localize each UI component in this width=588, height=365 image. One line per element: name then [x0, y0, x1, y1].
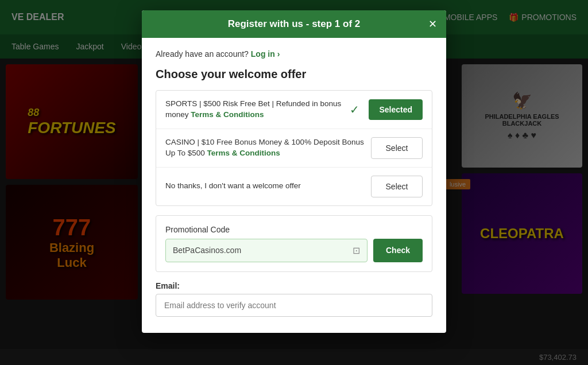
promo-code-section: Promotional Code BetPaCasinos.com ⊡ Chec… — [156, 215, 432, 272]
offer-text-no-thanks: No thanks, I don't want a welcome offer — [165, 181, 364, 192]
promo-code-label: Promotional Code — [165, 225, 423, 234]
modal-close-button[interactable]: ✕ — [428, 19, 437, 29]
offer-row-casino: CASINO | $10 Free Bonus Money & 100% Dep… — [156, 129, 432, 168]
modal-body: Already have an account? Log in Choose y… — [142, 38, 446, 333]
casino-offer-select-button[interactable]: Select — [371, 137, 423, 159]
welcome-offer-title: Choose your welcome offer — [156, 68, 432, 81]
already-account-text: Already have an account? — [156, 49, 249, 59]
promo-check-button[interactable]: Check — [373, 239, 423, 262]
offers-container: SPORTS | $500 Risk Free Bet | Refunded i… — [156, 90, 432, 206]
promo-code-value: BetPaCasinos.com — [173, 246, 241, 255]
registration-modal: Register with us - step 1 of 2 ✕ Already… — [142, 10, 446, 333]
offer-text-sports: SPORTS | $500 Risk Free Bet | Refunded i… — [165, 99, 343, 121]
email-section: Email: — [156, 281, 432, 317]
already-account-row: Already have an account? Log in — [156, 49, 432, 59]
promo-code-input[interactable]: BetPaCasinos.com ⊡ — [165, 239, 368, 262]
offer-row-no-thanks: No thanks, I don't want a welcome offer … — [156, 168, 432, 205]
email-input[interactable] — [156, 294, 432, 317]
login-link[interactable]: Log in — [251, 49, 280, 59]
promo-clear-icon[interactable]: ⊡ — [353, 245, 360, 256]
promo-input-row: BetPaCasinos.com ⊡ Check — [165, 239, 423, 262]
offer-row-sports: SPORTS | $500 Risk Free Bet | Refunded i… — [156, 91, 432, 129]
modal-title: Register with us - step 1 of 2 — [228, 18, 361, 30]
modal-overlay: Register with us - step 1 of 2 ✕ Already… — [0, 0, 588, 365]
modal-header: Register with us - step 1 of 2 ✕ — [142, 10, 446, 38]
no-thanks-select-button[interactable]: Select — [371, 176, 423, 197]
sports-offer-selected-button[interactable]: Selected — [369, 99, 423, 120]
selected-check-icon: ✓ — [350, 103, 359, 117]
no-thanks-text: No thanks, I don't want a welcome offer — [165, 181, 301, 190]
sports-terms-link[interactable]: Terms & Conditions — [191, 110, 264, 119]
casino-terms-link[interactable]: Terms & Conditions — [207, 149, 280, 157]
offer-text-casino: CASINO | $10 Free Bonus Money & 100% Dep… — [165, 137, 364, 159]
email-label: Email: — [156, 281, 432, 290]
